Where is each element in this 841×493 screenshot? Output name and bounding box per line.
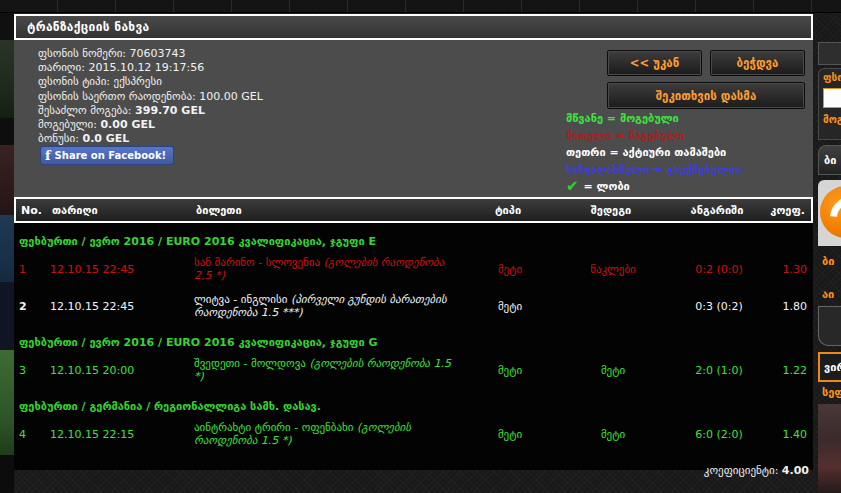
- betslip-panel: ფსო მოგ: [818, 68, 841, 140]
- detail-label: თარიღი:: [38, 61, 85, 74]
- row-number: 3: [14, 364, 48, 377]
- dialog-title: ტრანზაქციის ნახვა: [14, 14, 813, 40]
- bet-row: 1 12.10.15 22:45 სან მარინო - სლოვენია (…: [14, 250, 813, 287]
- row-type: მეტი: [467, 428, 553, 441]
- facebook-share-button[interactable]: f Share on Facebook!: [40, 146, 174, 165]
- total-coefficient-label: კოეფიციენტი:: [704, 464, 779, 477]
- ticket-teams: აინტრახტი ტრირი - ოფენბახი: [194, 421, 354, 434]
- ticket-teams: შვედეთი - მოლდოვა: [194, 357, 306, 370]
- back-button[interactable]: << უკან: [607, 50, 702, 76]
- facebook-icon: f: [45, 148, 51, 163]
- total-coefficient-value: 4.00: [782, 464, 809, 477]
- detail-label: შესაძლო მოგება:: [38, 104, 132, 117]
- row-date: 12.10.15 22:45: [48, 300, 194, 313]
- row-score: 2:0 (1:0): [673, 364, 765, 377]
- status-legend: მწვანე = მოგებული წითელი = წაგებული თეთრ…: [566, 110, 741, 195]
- legend-active: თეთრი = აქტიური თამაშები: [566, 144, 741, 161]
- background-photo: [0, 145, 14, 215]
- row-type: მეტი: [467, 364, 553, 377]
- detail-label: მოგებული:: [38, 118, 97, 131]
- detail-value: 399.70 GEL: [135, 104, 205, 117]
- row-number: 2: [14, 300, 48, 313]
- background-photo-strip: [0, 13, 14, 493]
- brand-logo-icon: [820, 186, 841, 238]
- detail-value: 0.0 GEL: [82, 132, 129, 145]
- row-score: 0:3 (0:2): [673, 300, 765, 313]
- row-score: 0:2 (0:0): [673, 263, 765, 276]
- row-coef: 1.22: [765, 364, 813, 377]
- column-type: ტიპი: [465, 204, 551, 217]
- row-date: 12.10.15 22:15: [48, 428, 194, 441]
- detail-value: 70603743: [130, 47, 186, 60]
- sidebar-cropped-box: [818, 42, 841, 65]
- stake-input[interactable]: [823, 88, 841, 108]
- column-result: შედეგი: [551, 204, 671, 217]
- dialog-body: ფსონის ნომერი: 70603743 თარიღი: 2015.10.…: [14, 40, 813, 197]
- print-button[interactable]: ბეჭდვა: [710, 50, 805, 76]
- row-date: 12.10.15 20:00: [48, 364, 194, 377]
- row-coef: 1.30: [765, 263, 813, 276]
- row-type: მეტი: [467, 263, 553, 276]
- promo-logo-box[interactable]: [818, 180, 841, 246]
- legend-lobby: ✔= ლობი: [566, 178, 741, 195]
- column-score: ანგარიში: [671, 204, 763, 217]
- virtual-tab[interactable]: ვირ: [818, 352, 841, 382]
- detail-label: ფსონის ტიპი:: [38, 75, 110, 88]
- ask-question-button[interactable]: შეკითხვის დასმა: [607, 82, 805, 109]
- detail-value: 100.00 GEL: [199, 90, 263, 103]
- betslip-label: ფსო: [823, 72, 841, 83]
- background-photo: [0, 455, 14, 493]
- background-photo: [0, 215, 14, 282]
- background-photo: [0, 40, 14, 118]
- dialog-controls: << უკან ბეჭდვა შეკითხვის დასმა: [607, 50, 805, 109]
- detail-label: ფსონის ნომერი:: [38, 47, 126, 60]
- sidebar-cropped-panel: [818, 306, 841, 346]
- total-coefficient: კოეფიციენტი: 4.00: [14, 452, 813, 477]
- column-no: No.: [16, 204, 50, 217]
- facebook-share-label: Share on Facebook!: [55, 150, 167, 161]
- row-coef: 1.80: [765, 300, 813, 313]
- detail-value: 0.00 GEL: [100, 118, 155, 131]
- group-header: ფეხბურთი / ევრო 2016 / EURO 2016 კვალიფი…: [14, 324, 813, 351]
- bet-row: 4 12.10.15 22:15 აინტრახტი ტრირი - ოფენბ…: [14, 415, 813, 452]
- transaction-dialog: ტრანზაქციის ნახვა ფსონის ნომერი: 7060374…: [14, 14, 813, 470]
- row-number: 1: [14, 263, 48, 276]
- detail-value: ექსპრესი: [114, 75, 162, 88]
- row-date: 12.10.15 22:45: [48, 263, 194, 276]
- bet-row: 3 12.10.15 20:00 შვედეთი - მოლდოვა (გოლე…: [14, 351, 813, 388]
- ticket-teams: ლიტვა - ინგლისი: [194, 293, 287, 306]
- row-coef: 1.40: [765, 428, 813, 441]
- row-ticket: შვედეთი - მოლდოვა (გოლების რაოდენობა 1.5…: [194, 357, 467, 383]
- check-icon: ✔: [566, 179, 579, 194]
- sidebar-link[interactable]: ბი: [822, 255, 834, 268]
- column-date: თარიღი: [50, 204, 196, 217]
- row-result: ნაკლები: [553, 263, 673, 276]
- detail-value: 2015.10.12 19:17:56: [88, 61, 204, 74]
- row-score: 6:0 (2:0): [673, 428, 765, 441]
- top-menu-bar: [0, 0, 841, 13]
- row-number: 4: [14, 428, 48, 441]
- bet-row: 2 12.10.15 22:45 ლიტვა - ინგლისი (პირველ…: [14, 287, 813, 324]
- tickets-tab[interactable]: ბი: [818, 145, 841, 175]
- detail-label: ბონუსი:: [38, 132, 79, 145]
- ticket-teams: სან მარინო - სლოვენია: [194, 256, 320, 269]
- row-ticket: ლიტვა - ინგლისი (პირველი გუნდის ბარათები…: [194, 293, 467, 319]
- column-ticket: ბილეთი: [196, 204, 465, 217]
- row-result: მეტი: [553, 428, 673, 441]
- sidebar-link[interactable]: სეფ: [822, 386, 841, 399]
- win-label: მოგ: [823, 114, 841, 125]
- legend-lost: წითელი = წაგებული: [566, 127, 741, 144]
- group-header: ფეხბურთი / გერმანია / რეგიონალლიგა სამხ.…: [14, 388, 813, 415]
- table-header: No. თარიღი ბილეთი ტიპი შედეგი ანგარიში კ…: [14, 197, 813, 223]
- column-coef: კოეფ.: [763, 204, 811, 217]
- row-ticket: აინტრახტი ტრირი - ოფენბახი (გოლების რაოდ…: [194, 421, 467, 447]
- background-photo: [0, 350, 14, 455]
- background-photo: [0, 282, 14, 350]
- sidebar-photo: [818, 404, 841, 493]
- row-ticket: სან მარინო - სლოვენია (გოლების რაოდენობა…: [194, 256, 467, 282]
- legend-cancelled: ხაზგადასმული = გაუქმებულია: [566, 161, 741, 178]
- row-result: მეტი: [553, 364, 673, 377]
- group-header: ფეხბურთი / ევრო 2016 / EURO 2016 კვალიფი…: [14, 223, 813, 250]
- bet-table: ფეხბურთი / ევრო 2016 / EURO 2016 კვალიფი…: [14, 223, 813, 470]
- sidebar-link[interactable]: აი: [822, 288, 834, 301]
